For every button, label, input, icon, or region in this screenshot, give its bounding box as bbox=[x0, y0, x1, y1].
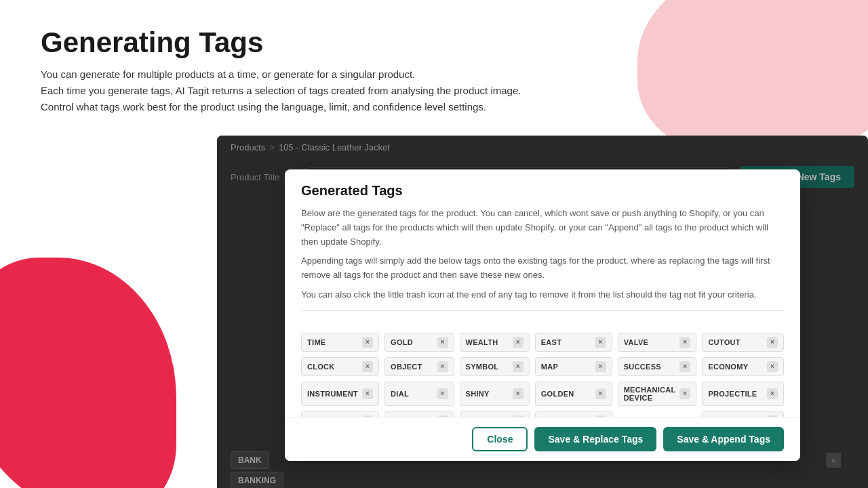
tag-label-golden: GOLDEN bbox=[541, 390, 591, 398]
tag-delete-projectile[interactable]: × bbox=[767, 388, 778, 399]
tag-label-time: TIME bbox=[307, 338, 358, 346]
tag-delete-time[interactable]: × bbox=[362, 337, 373, 348]
tag-label-economy: ECONOMY bbox=[708, 363, 763, 371]
tag-delete-symbol[interactable]: × bbox=[513, 361, 524, 372]
modal-header: Generated Tags Below are the generated t… bbox=[285, 169, 800, 327]
tag-label-cutout: CUTOUT bbox=[708, 338, 763, 346]
modal-body: TIME×GOLD×WEALTH×EAST×VALVE×CUTOUT×CLOCK… bbox=[285, 327, 800, 417]
tag-delete-economy[interactable]: × bbox=[767, 361, 778, 372]
modal-desc-2: Appending tags will simply add the below… bbox=[301, 254, 784, 283]
tag-item-economy: ECONOMY× bbox=[702, 357, 784, 376]
tag-label-valve: VALVE bbox=[624, 338, 676, 346]
modal-desc-1: Below are the generated tags for the pro… bbox=[301, 207, 784, 249]
tag-item-instrument: INSTRUMENT× bbox=[301, 382, 379, 406]
tag-label-mechanical-device: MECHANICAL DEVICE bbox=[624, 386, 676, 402]
tag-item-mechanism: MECHANISM× bbox=[535, 411, 612, 417]
tag-item-time: TIME× bbox=[301, 333, 379, 352]
generated-tags-modal: Generated Tags Below are the generated t… bbox=[285, 169, 800, 461]
tag-item-map: MAP× bbox=[535, 357, 612, 376]
tag-item-symbol: SYMBOL× bbox=[460, 357, 530, 376]
save-append-button[interactable]: Save & Append Tags bbox=[663, 427, 784, 451]
tag-item-wealth: WEALTH× bbox=[460, 333, 530, 352]
tag-label-map: MAP bbox=[541, 363, 591, 371]
tag-item-east: EAST× bbox=[535, 333, 612, 352]
tag-item-shiny: SHINY× bbox=[460, 382, 530, 406]
tag-item-speed: SPEED× bbox=[702, 411, 784, 417]
tag-item-cutout: CUTOUT× bbox=[702, 333, 784, 352]
tag-item-mechanical-device: MECHANICAL DEVICE× bbox=[618, 382, 697, 406]
tags-grid: TIME×GOLD×WEALTH×EAST×VALVE×CUTOUT×CLOCK… bbox=[301, 333, 784, 417]
desc-line-3: Control what tags work best for the prod… bbox=[41, 101, 486, 113]
modal-title: Generated Tags bbox=[301, 183, 784, 199]
tag-delete-wealth[interactable]: × bbox=[513, 337, 524, 348]
modal-footer: Close Save & Replace Tags Save & Append … bbox=[285, 417, 800, 461]
desc-line-1: You can generate for multiple products a… bbox=[41, 68, 415, 80]
tag-delete-cutout[interactable]: × bbox=[767, 337, 778, 348]
tag-label-success: SUCCESS bbox=[624, 363, 676, 371]
tag-item-success: SUCCESS× bbox=[618, 357, 697, 376]
tag-label-gold: GOLD bbox=[391, 338, 433, 346]
page-title: Generating Tags bbox=[41, 27, 521, 58]
close-button[interactable]: Close bbox=[472, 427, 528, 451]
tag-delete-instrument[interactable]: × bbox=[362, 388, 373, 399]
decorative-blob-bottom bbox=[0, 258, 176, 488]
tag-delete-golden[interactable]: × bbox=[595, 388, 606, 399]
tag-label-clock: CLOCK bbox=[307, 363, 358, 371]
modal-divider bbox=[301, 310, 784, 311]
header-section: Generating Tags You can generate for mul… bbox=[41, 27, 521, 115]
tag-delete-gold[interactable]: × bbox=[437, 337, 448, 348]
tag-delete-dial[interactable]: × bbox=[437, 388, 448, 399]
tag-item-dial: DIAL× bbox=[384, 382, 454, 406]
tag-label-dial: DIAL bbox=[391, 390, 433, 398]
tag-label-instrument: INSTRUMENT bbox=[307, 390, 358, 398]
app-window: Products > 105 - Classic Leather Jacket … bbox=[217, 136, 868, 488]
tag-delete-shiny[interactable]: × bbox=[513, 388, 524, 399]
tag-item-gold: GOLD× bbox=[384, 333, 454, 352]
tag-delete-map[interactable]: × bbox=[595, 361, 606, 372]
tag-label-east: EAST bbox=[541, 338, 591, 346]
tag-delete-valve[interactable]: × bbox=[679, 337, 690, 348]
modal-desc-3: You can also click the little trash icon… bbox=[301, 288, 784, 302]
tag-delete-object[interactable]: × bbox=[437, 361, 448, 372]
modal-overlay: Generated Tags Below are the generated t… bbox=[217, 136, 868, 488]
save-replace-button[interactable]: Save & Replace Tags bbox=[534, 427, 656, 451]
desc-line-2: Each time you generate tags, AI Tagit re… bbox=[41, 85, 521, 96]
tag-label-wealth: WEALTH bbox=[466, 338, 509, 346]
header-description: You can generate for multiple products a… bbox=[41, 66, 521, 115]
tag-item-watch: WATCH× bbox=[301, 411, 379, 417]
tag-label-shiny: SHINY bbox=[466, 390, 509, 398]
tag-item-second: SECOND× bbox=[384, 411, 454, 417]
tag-item-valve: VALVE× bbox=[618, 333, 697, 352]
tag-item-projectile: PROJECTILE× bbox=[702, 382, 784, 406]
tag-item-golden: GOLDEN× bbox=[535, 382, 612, 406]
tag-delete-success[interactable]: × bbox=[679, 361, 690, 372]
tag-delete-mechanical-device[interactable]: × bbox=[679, 388, 690, 399]
tag-label-object: OBJECT bbox=[391, 363, 433, 371]
tag-label-projectile: PROJECTILE bbox=[708, 390, 763, 398]
tag-delete-clock[interactable]: × bbox=[362, 361, 373, 372]
tag-delete-east[interactable]: × bbox=[595, 337, 606, 348]
tag-label-symbol: SYMBOL bbox=[466, 363, 509, 371]
tag-empty-3-4 bbox=[618, 411, 697, 417]
tag-item-object: OBJECT× bbox=[384, 357, 454, 376]
tag-item-clock: CLOCK× bbox=[301, 357, 379, 376]
tag-item-direction: DIRECTION× bbox=[460, 411, 530, 417]
